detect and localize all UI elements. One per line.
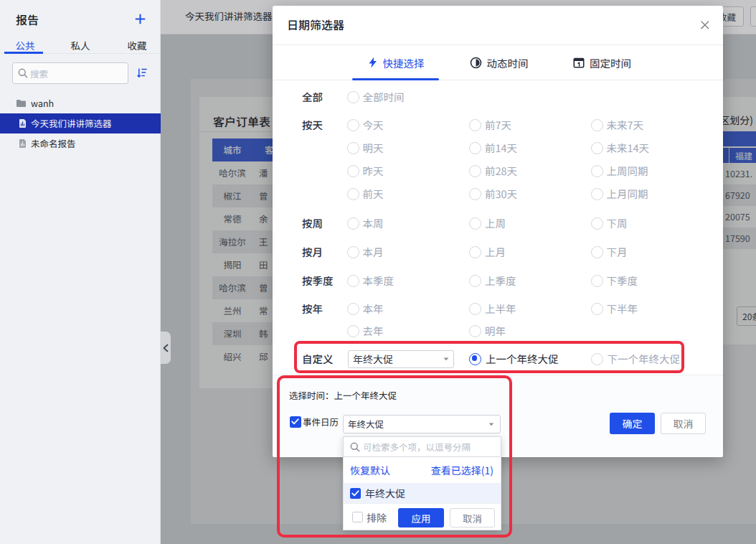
chevron-left-icon bbox=[161, 343, 170, 353]
apply-button-label: 应用 bbox=[412, 511, 431, 525]
sidebar-collapse-handle[interactable] bbox=[161, 332, 171, 364]
sidebar-item-icon-wrap bbox=[16, 98, 27, 108]
radio-icon bbox=[347, 119, 359, 131]
dropdown-search-box[interactable] bbox=[343, 436, 501, 457]
radio-icon bbox=[469, 217, 481, 230]
sidebar-item-icon-wrap bbox=[18, 118, 27, 128]
radio-icon bbox=[469, 325, 481, 337]
radio-icon bbox=[469, 303, 481, 315]
radio-option-label: 前28天 bbox=[485, 164, 517, 178]
dropdown-option-label: 年终大促 bbox=[365, 486, 405, 500]
close-icon bbox=[701, 21, 709, 29]
quick-group-label: 按季度 bbox=[302, 273, 334, 288]
modal-tab-1[interactable]: 动态时间 bbox=[455, 45, 542, 80]
check-icon bbox=[351, 490, 359, 497]
radio-icon bbox=[347, 325, 359, 337]
radio-option-label: 上半年 bbox=[485, 301, 516, 316]
apply-button[interactable]: 应用 bbox=[398, 508, 444, 527]
radio-option-label: 上季度 bbox=[485, 273, 516, 288]
dropdown-search-input[interactable] bbox=[363, 438, 496, 456]
radio-icon bbox=[469, 275, 481, 287]
sidebar-search-input[interactable] bbox=[30, 64, 123, 83]
modal-close-button[interactable] bbox=[701, 21, 709, 29]
sidebar-item[interactable]: 今天我们讲讲筛选器 bbox=[0, 113, 161, 133]
sidebar-title: 报告 bbox=[16, 13, 39, 26]
radio-option-label: 上月 bbox=[485, 245, 506, 259]
radio-option-label: 上周同期 bbox=[607, 164, 648, 178]
radio-option-label: 今天 bbox=[363, 118, 384, 132]
radio-option-label: 前14天 bbox=[485, 141, 517, 155]
selected-time-text: 选择时间：上一个年终大促 bbox=[289, 389, 397, 402]
radio-option-label: 下半年 bbox=[607, 301, 638, 316]
date-filter-modal: 日期筛选器 快捷选择 动态时间 固定时间 全部 全部时间 按天 今天 前7天 未… bbox=[273, 6, 723, 457]
sort-button[interactable] bbox=[137, 67, 147, 78]
sidebar-item-label: 今天我们讲讲筛选器 bbox=[31, 113, 112, 133]
event-calendar-select[interactable]: 年终大促 bbox=[343, 415, 501, 433]
sidebar-tab-0[interactable]: 公共 bbox=[2, 37, 48, 53]
option-checkbox[interactable] bbox=[350, 488, 361, 499]
modal-cancel-button-label: 取消 bbox=[674, 416, 694, 431]
plus-icon bbox=[135, 14, 146, 24]
modal-tab-underline bbox=[352, 78, 439, 80]
quick-group-label: 全部 bbox=[302, 90, 323, 104]
chevron-down-icon bbox=[488, 423, 494, 426]
modal-cancel-button[interactable]: 取消 bbox=[661, 413, 706, 434]
modal-tab-icon-wrap bbox=[470, 57, 482, 69]
radio-option-label: 本周 bbox=[363, 216, 384, 230]
quick-group-label: 按天 bbox=[302, 118, 323, 132]
radio-option-label: 上月同期 bbox=[607, 187, 648, 201]
modal-tab-label: 固定时间 bbox=[590, 55, 631, 70]
radio-option-label: 未来7天 bbox=[607, 118, 644, 132]
radio-icon bbox=[347, 91, 359, 103]
caret-wrap bbox=[488, 423, 494, 426]
search-icon-wrap bbox=[18, 68, 28, 78]
dropdown-cancel-button[interactable]: 取消 bbox=[450, 508, 495, 527]
event-calendar-checkbox[interactable] bbox=[290, 416, 301, 428]
radio-icon bbox=[347, 165, 359, 177]
dropdown-option-row[interactable]: 年终大促 bbox=[344, 483, 501, 503]
quick-group-label: 按年 bbox=[302, 301, 323, 316]
radio-option-label: 未来14天 bbox=[607, 141, 650, 155]
custom-group-label: 自定义 bbox=[302, 352, 334, 366]
sidebar-tab-2[interactable]: 收藏 bbox=[114, 37, 160, 53]
report-icon bbox=[18, 139, 27, 149]
sidebar-tab-label: 公共 bbox=[16, 38, 35, 52]
caret-wrap bbox=[443, 357, 449, 361]
quick-group-label: 按月 bbox=[302, 245, 323, 259]
modal-tab-icon-wrap bbox=[367, 57, 378, 68]
radio-option-label: 明天 bbox=[363, 141, 384, 155]
custom-event-select[interactable]: 年终大促 bbox=[348, 350, 454, 368]
radio-icon bbox=[591, 119, 603, 131]
view-selected-link[interactable]: 查看已选择(1) bbox=[431, 463, 493, 477]
radio-option-label: 下一个年终大促 bbox=[608, 352, 681, 366]
sidebar-item[interactable]: wanh bbox=[0, 93, 161, 113]
modal-tab-2[interactable]: 固定时间 bbox=[559, 45, 646, 80]
chevron-down-icon bbox=[443, 357, 449, 361]
radio-option-label: 昨天 bbox=[363, 164, 384, 178]
check-icon bbox=[291, 418, 299, 425]
radio-option-label: 下季度 bbox=[607, 273, 638, 288]
sidebar-tab-1[interactable]: 私人 bbox=[57, 37, 103, 53]
app-window: 今天我们讲讲筛选器 收藏 客户订单表 城市 客户名称 哈尔滨 潘 椒江 曾 常德… bbox=[0, 0, 756, 544]
radio-option-label: 明年 bbox=[485, 324, 506, 338]
sidebar: 报告 公共 私人 收藏 wanh 今天我们讲讲筛选器 未命名报告 bbox=[0, 0, 161, 544]
sidebar-search-box[interactable] bbox=[12, 62, 128, 84]
radio-icon bbox=[347, 246, 359, 258]
radio-option-label: 全部时间 bbox=[363, 90, 405, 104]
radio-option-label: 前7天 bbox=[485, 118, 511, 132]
modal-tab-label: 动态时间 bbox=[487, 55, 529, 70]
sidebar-tab-underline bbox=[4, 52, 43, 54]
ok-button[interactable]: 确定 bbox=[610, 413, 655, 434]
search-icon bbox=[18, 68, 28, 78]
sidebar-item[interactable]: 未命名报告 bbox=[0, 133, 161, 154]
radio-icon bbox=[347, 142, 359, 154]
radio-icon bbox=[469, 353, 481, 365]
add-report-button[interactable] bbox=[135, 14, 146, 24]
restore-default-link[interactable]: 恢复默认 bbox=[350, 463, 390, 477]
modal-tab-0[interactable]: 快捷选择 bbox=[352, 45, 439, 80]
radio-icon bbox=[591, 142, 603, 154]
radio-icon bbox=[591, 275, 603, 287]
exclude-checkbox[interactable] bbox=[352, 512, 363, 522]
report-icon bbox=[18, 118, 27, 128]
radio-icon bbox=[469, 142, 481, 154]
